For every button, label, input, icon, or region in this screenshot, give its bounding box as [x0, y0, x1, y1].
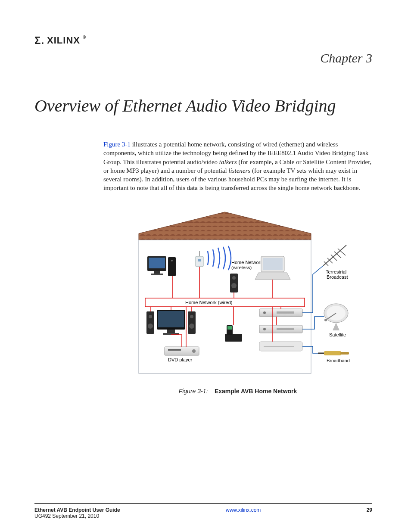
svg-point-53 — [324, 319, 327, 321]
svg-point-21 — [149, 315, 152, 318]
logo-text: XILINX — [47, 35, 80, 46]
speaker-right-icon — [188, 311, 196, 334]
page-footer: Ethernet AVB Endpoint User Guide UG492 S… — [34, 503, 372, 519]
logo-registered: ® — [83, 35, 86, 40]
network-diagram: Home Network (wired) — [121, 210, 354, 380]
svg-line-44 — [323, 245, 346, 266]
svg-rect-7 — [154, 271, 160, 274]
figure-container: Home Network (wired) — [103, 210, 372, 395]
satellite-dish-icon — [324, 304, 348, 330]
svg-point-28 — [190, 315, 193, 318]
svg-rect-33 — [225, 334, 242, 342]
label-broadband: Broadband — [327, 358, 350, 363]
settop-box-1-icon — [259, 309, 302, 317]
label-terrestrial-1: Terrestrial — [326, 269, 346, 274]
dvd-player-icon — [165, 347, 199, 355]
figure-caption: Figure 3-1: Example AVB Home Network — [103, 388, 372, 395]
svg-rect-38 — [277, 311, 294, 314]
svg-rect-8 — [151, 274, 163, 275]
para-italic-talkers: talkers — [219, 159, 237, 165]
svg-rect-55 — [340, 352, 349, 355]
speaker-icon-top — [230, 274, 238, 292]
brand-logo: Σ. XILINX® — [34, 34, 372, 47]
footer-page-number: 29 — [367, 507, 372, 513]
label-wireless-1: Home Network — [231, 260, 263, 265]
svg-point-10 — [171, 260, 173, 261]
svg-rect-25 — [167, 330, 175, 333]
footer-doc-title: Ethernet AVB Endpoint User Guide — [34, 507, 120, 513]
figure-number: Figure 3-1: — [179, 388, 208, 395]
logo-mark-icon: Σ. — [34, 34, 44, 47]
antenna-icon — [323, 245, 346, 266]
para-italic-listeners: listeners — [228, 167, 250, 174]
svg-point-40 — [263, 328, 266, 330]
svg-line-46 — [327, 258, 333, 263]
svg-rect-27 — [188, 311, 196, 334]
label-wireless-2: (wireless) — [231, 265, 252, 270]
svg-rect-31 — [168, 349, 181, 351]
router-icon — [259, 342, 302, 351]
label-wired: Home Network (wired) — [185, 300, 232, 305]
label-satellite: Satellite — [329, 332, 346, 337]
page-title: Overview of Ethernet Audio Video Bridgin… — [34, 96, 372, 116]
settop-box-2-icon — [259, 325, 302, 333]
svg-rect-43 — [264, 346, 294, 347]
svg-rect-18 — [263, 258, 283, 270]
svg-rect-24 — [158, 311, 184, 327]
figure-reference-link[interactable]: Figure 3-1 — [103, 141, 131, 148]
svg-rect-54 — [324, 351, 341, 355]
svg-rect-41 — [277, 328, 294, 330]
intro-paragraph: Figure 3-1 illustrates a potential home … — [103, 140, 372, 193]
label-dvd: DVD player — [168, 357, 193, 362]
svg-point-15 — [232, 276, 236, 280]
label-terrestrial-2: Broadcast — [327, 274, 348, 280]
svg-marker-19 — [255, 273, 290, 280]
broadband-cable-icon — [318, 351, 349, 355]
svg-marker-1 — [139, 212, 311, 240]
svg-point-32 — [192, 349, 196, 353]
svg-rect-12 — [198, 259, 201, 261]
footer-doc-id: UG492 September 21, 2010 — [34, 513, 120, 519]
svg-point-16 — [231, 283, 237, 288]
svg-rect-35 — [227, 326, 232, 330]
chapter-label: Chapter 3 — [34, 51, 372, 65]
svg-point-29 — [189, 324, 194, 329]
footer-url-link[interactable]: www.xilinx.com — [226, 507, 261, 513]
svg-point-37 — [263, 311, 266, 314]
speaker-left-icon — [146, 311, 154, 334]
svg-rect-20 — [146, 311, 154, 334]
figure-title: Example AVB Home Network — [215, 388, 297, 395]
svg-point-22 — [148, 324, 153, 329]
svg-rect-6 — [149, 258, 165, 268]
